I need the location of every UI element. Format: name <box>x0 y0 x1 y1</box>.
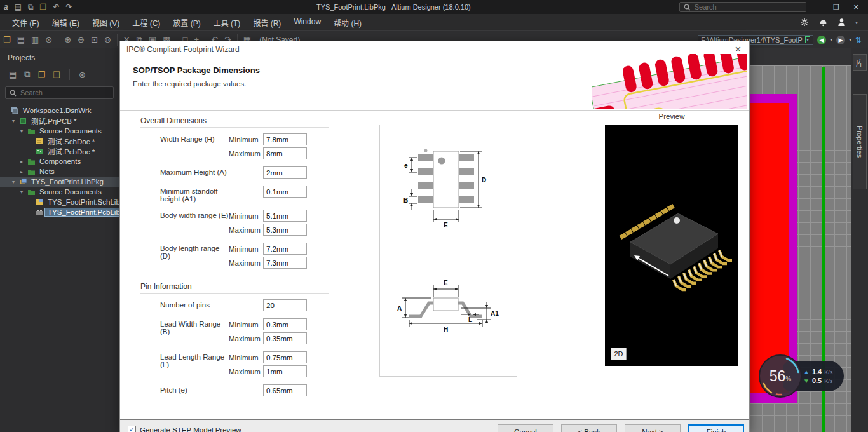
menu-item[interactable]: 工程 (C) <box>126 15 166 30</box>
path-dropdown-icon[interactable]: ▾ <box>805 36 810 43</box>
tree-expander-icon[interactable]: ▾ <box>20 189 27 195</box>
zoom-selected-icon[interactable]: ⊚ <box>101 35 114 44</box>
tree-expander-icon[interactable]: ▾ <box>12 179 19 185</box>
menu-item[interactable]: 帮助 (H) <box>328 15 367 30</box>
save-icon[interactable]: ▤ <box>14 35 28 44</box>
close-window-button[interactable]: ✕ <box>853 3 859 11</box>
tree-item[interactable]: ▾测试.PrjPCB * <box>0 116 119 126</box>
value-input[interactable] <box>263 133 307 145</box>
folder-settings-icon[interactable]: ❑ <box>53 70 60 79</box>
value-input[interactable] <box>263 351 307 363</box>
print-preview-icon[interactable]: ⊙ <box>42 35 55 44</box>
search-input[interactable] <box>695 3 790 11</box>
value-input[interactable] <box>263 166 307 179</box>
folder-search-icon[interactable]: ❐ <box>38 70 46 79</box>
folder-icon <box>27 168 37 175</box>
menu-item[interactable]: Window <box>288 15 327 30</box>
cancel-button[interactable]: Cancel <box>498 424 553 432</box>
value-input[interactable] <box>263 384 307 396</box>
zoom-in-icon[interactable]: ⊕ <box>61 35 74 44</box>
open-folder-icon[interactable]: ❐ <box>0 35 14 44</box>
value-input[interactable] <box>263 186 307 198</box>
field-label: Number of pins <box>140 299 229 311</box>
user-account-icon[interactable] <box>837 17 846 27</box>
tree-expander-icon[interactable]: ▾ <box>12 118 19 124</box>
tab-library[interactable]: 库 <box>853 54 867 71</box>
minimize-button[interactable]: – <box>815 3 819 11</box>
value-input[interactable] <box>263 318 307 330</box>
projects-search-input[interactable] <box>20 89 103 97</box>
form-row: Pitch (e) <box>140 384 329 396</box>
tree-item[interactable]: ▸Nets <box>0 166 119 177</box>
back-button[interactable]: < Back <box>561 424 617 432</box>
tree-item[interactable]: TYS_FootPrint.SchLib <box>0 197 119 207</box>
save-icon[interactable]: ▤ <box>15 3 22 11</box>
generate-step-checkbox[interactable]: ✓ <box>128 426 136 432</box>
copy-documents-icon[interactable]: ⧉ <box>24 69 30 79</box>
menu-item[interactable]: 放置 (P) <box>167 15 206 30</box>
tree-expander-icon[interactable]: ▸ <box>20 169 27 175</box>
maximize-button[interactable]: ❐ <box>833 3 839 11</box>
dialog-close-icon[interactable]: ✕ <box>735 44 742 54</box>
projects-search-box[interactable] <box>5 86 114 99</box>
open-folder-icon[interactable]: ❐ <box>40 3 47 11</box>
forward-history-icon[interactable]: ▾ <box>849 37 851 43</box>
net-speed-gauge[interactable]: ▲ 1.4 K/s ▼ 0.5 K/s 56% <box>757 353 846 399</box>
menu-item[interactable]: 工具 (T) <box>208 15 247 30</box>
dim-label-B: B <box>403 197 408 204</box>
tree-item[interactable]: ▾TYS_FootPrint.LibPkg <box>0 177 119 187</box>
value-input[interactable] <box>263 299 307 311</box>
tree-expander-icon[interactable]: ▾ <box>20 128 27 134</box>
field-label: Lead Width Range (B) <box>140 318 229 344</box>
value-input[interactable] <box>263 332 307 344</box>
board-copper-region <box>750 103 789 393</box>
tree-item[interactable]: ▾Source Documents <box>0 187 119 197</box>
menu-item[interactable]: 视图 (V) <box>86 15 125 30</box>
menu-item[interactable]: 文件 (F) <box>6 15 45 30</box>
global-search-box[interactable] <box>679 2 806 12</box>
next-button[interactable]: Next > <box>625 424 681 432</box>
menu-item[interactable]: 编辑 (E) <box>46 15 85 30</box>
tree-expander-icon[interactable]: ▸ <box>20 159 27 165</box>
value-input[interactable] <box>263 147 307 159</box>
tree-item[interactable]: Workspace1.DsnWrk <box>0 105 119 116</box>
undo-icon[interactable]: ↶ <box>53 3 59 11</box>
value-input[interactable] <box>263 210 307 222</box>
tab-properties[interactable]: Properties <box>853 94 867 189</box>
dim-label-H: H <box>444 326 448 333</box>
print-icon[interactable]: ▥ <box>28 35 42 44</box>
altium-designer-window: a▤⧉❐↶↷ TYS_FootPrint.LibPkg - Altium Des… <box>0 0 868 432</box>
gauge-percent-sign: % <box>785 375 791 382</box>
value-input[interactable] <box>263 243 307 255</box>
value-input[interactable] <box>263 365 307 377</box>
tree-item[interactable]: ▾Source Documents <box>0 126 119 136</box>
form-row: Lead Length Range (L)MinimumMaximum <box>140 351 329 377</box>
notifications-bell-icon[interactable] <box>818 17 828 27</box>
save-icon[interactable]: ▤ <box>9 70 17 79</box>
preview-3d-viewport[interactable]: 2D <box>605 125 738 366</box>
tree-item[interactable]: 测试.SchDoc * <box>0 136 119 146</box>
tree-item-label: 测试.SchDoc * <box>45 136 97 146</box>
sync-icon[interactable]: ⇅ <box>855 36 862 44</box>
settings-gear-icon[interactable]: ⊛ <box>79 70 86 79</box>
minmax-label: Maximum <box>229 226 263 234</box>
menu-item[interactable]: 报告 (R) <box>247 15 287 30</box>
tree-item-label: TYS_FootPrint.LibPkg <box>29 178 106 186</box>
tree-item[interactable]: ▸Components <box>0 156 119 166</box>
back-history-icon[interactable]: ▾ <box>830 37 832 43</box>
tree-item[interactable]: TYS_FootPrint.PcbLib <box>0 207 119 217</box>
user-dropdown-icon[interactable]: ▾ <box>855 20 858 25</box>
value-input[interactable] <box>263 224 307 236</box>
redo-icon[interactable]: ↷ <box>65 3 72 11</box>
finish-button[interactable]: Finish <box>688 424 744 432</box>
value-input[interactable] <box>263 257 307 269</box>
toggle-2d-button[interactable]: 2D <box>611 348 627 360</box>
tree-item[interactable]: 测试.PcbDoc * <box>0 146 119 156</box>
zoom-out-icon[interactable]: ⊖ <box>74 35 88 44</box>
forward-nav-icon[interactable]: ▶ <box>836 36 845 44</box>
zoom-area-icon[interactable]: ⊡ <box>88 35 101 44</box>
back-nav-icon[interactable]: ◀ <box>817 36 826 44</box>
altium-logo-icon[interactable]: a <box>4 3 8 11</box>
save-all-icon[interactable]: ⧉ <box>28 3 34 11</box>
settings-gear-icon[interactable] <box>799 17 810 27</box>
